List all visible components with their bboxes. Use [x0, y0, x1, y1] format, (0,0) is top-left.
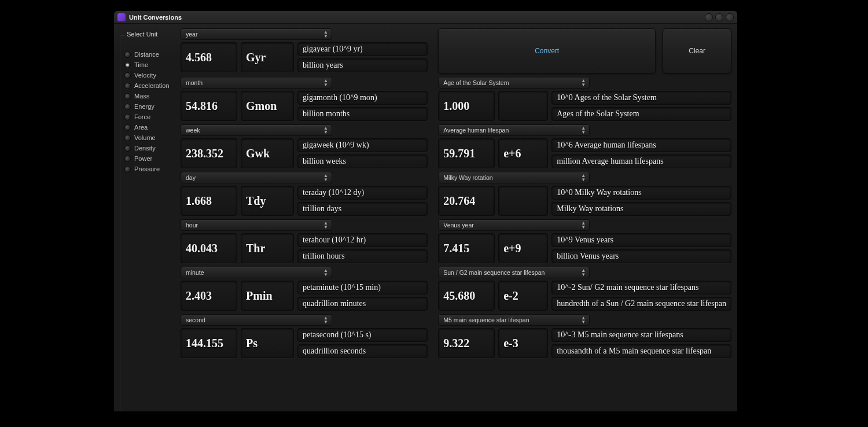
unit-abbr-field	[498, 91, 548, 121]
unit-category-list: DistanceTimeVelocityAccelerationMassEner…	[120, 49, 175, 174]
unit-category-label: Area	[134, 124, 148, 131]
unit-category-label: Velocity	[134, 72, 156, 79]
description-column: petasecond (10^15 s)quadrillion seconds	[297, 328, 428, 358]
value-field[interactable]: 59.791	[438, 138, 495, 168]
value-field[interactable]: 4.568	[181, 42, 237, 72]
conversion-row: 59.791e+610^6 Average human lifespansmil…	[438, 138, 731, 168]
dropdown-label: hour	[186, 222, 198, 229]
unit-dropdown[interactable]: M5 main sequence star lifespan▲▼	[438, 314, 590, 326]
conversion-row: 54.816Gmongigamonth (10^9 mon)billion mo…	[181, 91, 428, 121]
radio-icon	[124, 62, 131, 68]
clear-button[interactable]: Clear	[663, 28, 731, 73]
value-field[interactable]: 7.415	[438, 233, 495, 263]
unit-dropdown[interactable]: day▲▼	[181, 172, 332, 183]
description-secondary: quadrillion seconds	[297, 344, 428, 358]
conversion-row: 9.322e-310^-3 M5 main sequence star life…	[438, 328, 731, 358]
unit-dropdown[interactable]: Venus year▲▼	[438, 219, 590, 231]
description-primary: 10^0 Ages of the Solar System	[551, 91, 731, 105]
radio-icon	[124, 83, 131, 89]
description-primary: 10^9 Venus years	[551, 233, 731, 247]
description-secondary: trillion days	[297, 202, 428, 216]
conversion-row: 238.352Gwkgigaweek (10^9 wk)billion week…	[181, 138, 428, 168]
value-field[interactable]: 2.403	[181, 281, 237, 311]
value-field[interactable]: 20.764	[438, 186, 495, 216]
unit-category-volume[interactable]: Volume	[120, 132, 175, 143]
chevron-updown-icon: ▲▼	[581, 79, 586, 87]
unit-abbr-field: Gmon	[241, 91, 294, 121]
conversion-row: 2.403Pminpetaminute (10^15 min)quadrilli…	[181, 281, 428, 311]
minimize-button[interactable]	[705, 13, 713, 21]
main-area: year▲▼4.568Gyrgigayear (10^9 yr)billion …	[181, 28, 731, 411]
unit-dropdown[interactable]: year▲▼	[181, 28, 332, 40]
description-primary: petaminute (10^15 min)	[297, 281, 428, 295]
unit-category-force[interactable]: Force	[120, 112, 175, 122]
description-primary: gigaweek (10^9 wk)	[297, 138, 428, 152]
unit-category-mass[interactable]: Mass	[120, 91, 175, 101]
unit-category-power[interactable]: Power	[120, 153, 175, 164]
chevron-updown-icon: ▲▼	[323, 79, 328, 87]
description-secondary: billion months	[297, 107, 428, 121]
value-field[interactable]: 144.155	[181, 328, 237, 358]
value-field[interactable]: 45.680	[438, 281, 495, 311]
description-secondary: Milky Way rotations	[551, 202, 731, 216]
radio-icon	[124, 156, 131, 162]
right-conversion-group: Sun / G2 main sequence star lifespan▲▼45…	[438, 267, 731, 311]
unit-category-area[interactable]: Area	[120, 122, 175, 132]
value-field[interactable]: 54.816	[181, 91, 237, 121]
unit-category-acceleration[interactable]: Acceleration	[120, 80, 175, 91]
left-conversion-group: second▲▼144.155Pspetasecond (10^15 s)qua…	[181, 314, 428, 358]
unit-category-time[interactable]: Time	[120, 60, 175, 70]
unit-dropdown[interactable]: Sun / G2 main sequence star lifespan▲▼	[438, 267, 590, 278]
unit-dropdown[interactable]: month▲▼	[181, 77, 332, 89]
unit-category-velocity[interactable]: Velocity	[120, 70, 175, 80]
value-field[interactable]: 9.322	[438, 328, 495, 358]
unit-dropdown[interactable]: Average human lifespan▲▼	[438, 124, 590, 136]
right-conversion-group: Milky Way rotation▲▼20.76410^0 Milky Way…	[438, 172, 731, 216]
dropdown-label: M5 main sequence star lifespan	[443, 316, 529, 323]
dropdown-label: year	[186, 31, 197, 38]
unit-abbr-field: e-3	[498, 328, 548, 358]
description-primary: 10^0 Milky Way rotations	[551, 186, 731, 200]
radio-icon	[124, 145, 131, 152]
right-conversion-group: M5 main sequence star lifespan▲▼9.322e-3…	[438, 314, 731, 358]
close-button[interactable]	[726, 13, 734, 21]
left-conversion-group: week▲▼238.352Gwkgigaweek (10^9 wk)billio…	[181, 124, 428, 168]
unit-dropdown[interactable]: Milky Way rotation▲▼	[438, 172, 590, 183]
description-column: 10^-2 Sun/ G2 main sequence star lifespa…	[551, 281, 731, 311]
dropdown-label: Average human lifespan	[443, 127, 509, 134]
unit-dropdown[interactable]: week▲▼	[181, 124, 332, 136]
left-column: year▲▼4.568Gyrgigayear (10^9 yr)billion …	[181, 28, 428, 411]
unit-dropdown[interactable]: second▲▼	[181, 314, 332, 326]
action-buttons: Convert Clear	[438, 28, 731, 73]
description-column: gigaweek (10^9 wk)billion weeks	[297, 138, 428, 168]
unit-category-pressure[interactable]: Pressure	[120, 164, 175, 174]
unit-category-energy[interactable]: Energy	[120, 101, 175, 112]
unit-dropdown[interactable]: hour▲▼	[181, 219, 332, 231]
chevron-updown-icon: ▲▼	[323, 316, 328, 324]
dropdown-label: Age of the Solar System	[443, 79, 509, 86]
value-field[interactable]: 1.668	[181, 186, 237, 216]
description-primary: teraday (10^12 dy)	[297, 186, 428, 200]
description-column: gigamonth (10^9 mon)billion months	[297, 91, 428, 121]
convert-button[interactable]: Convert	[438, 28, 656, 73]
conversion-row: 4.568Gyrgigayear (10^9 yr)billion years	[181, 42, 428, 72]
value-field[interactable]: 1.000	[438, 91, 495, 121]
maximize-button[interactable]	[715, 13, 723, 21]
unit-dropdown[interactable]: Age of the Solar System▲▼	[438, 77, 590, 89]
left-conversion-group: year▲▼4.568Gyrgigayear (10^9 yr)billion …	[181, 28, 428, 73]
unit-category-density[interactable]: Density	[120, 143, 175, 153]
description-column: gigayear (10^9 yr)billion years	[297, 42, 428, 72]
description-secondary: quadrillion minutes	[297, 297, 428, 311]
left-conversion-group: hour▲▼40.043Thrterahour (10^12 hr)trilli…	[181, 219, 428, 263]
value-field[interactable]: 238.352	[181, 138, 237, 168]
conversion-row: 20.76410^0 Milky Way rotationsMilky Way …	[438, 186, 731, 216]
conversion-row: 1.668Tdyteraday (10^12 dy)trillion days	[181, 186, 428, 216]
radio-icon	[124, 114, 131, 120]
dropdown-label: week	[186, 127, 200, 134]
description-primary: petasecond (10^15 s)	[297, 328, 428, 342]
unit-dropdown[interactable]: minute▲▼	[181, 267, 332, 278]
value-field[interactable]: 40.043	[181, 233, 237, 263]
sidebar-heading: Select Unit	[124, 31, 175, 38]
unit-category-distance[interactable]: Distance	[120, 49, 175, 60]
conversion-row: 40.043Thrterahour (10^12 hr)trillion hou…	[181, 233, 428, 263]
